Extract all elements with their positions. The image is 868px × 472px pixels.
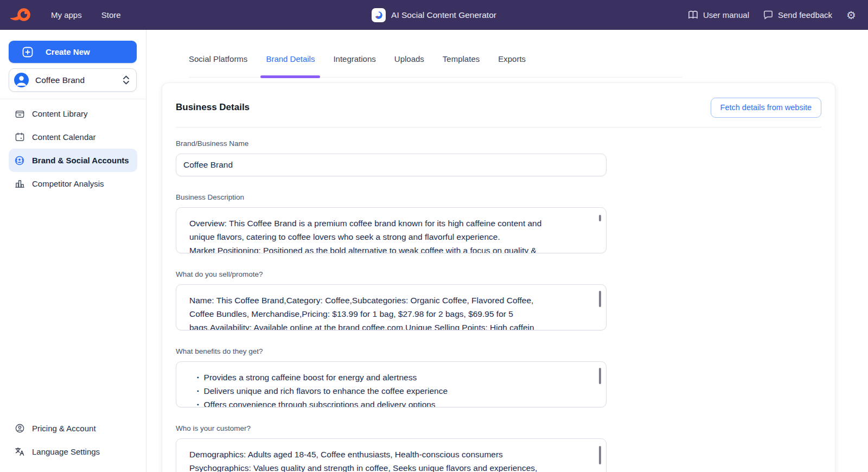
- textarea-line: bags,Availability: Available online at t…: [189, 321, 590, 330]
- sidebar-item-label: Language Settings: [32, 447, 100, 456]
- field-label: Business Description: [176, 193, 607, 201]
- sidebar-item-brand-social-accounts[interactable]: Brand & Social Accounts: [9, 149, 137, 172]
- scrollbar-thumb[interactable]: [599, 368, 601, 384]
- sidebar-item-label: Content Calendar: [32, 132, 96, 142]
- bar-chart-icon: [14, 178, 25, 189]
- textarea-line: Demographics: Adults aged 18-45, Coffee …: [189, 448, 590, 461]
- feedback-bubble-icon: [763, 10, 773, 20]
- nav-my-apps[interactable]: My apps: [43, 6, 90, 24]
- field-benefits: What benefits do they get? Provides a st…: [176, 347, 607, 407]
- textarea-line: Psychographics: Values quality and stren…: [189, 461, 590, 472]
- sidebar-item-label: Competitor Analysis: [32, 179, 104, 188]
- person-circle-icon: [14, 423, 25, 433]
- sidebar-item-label: Content Library: [32, 109, 88, 118]
- tab-brand-details[interactable]: Brand Details: [266, 52, 315, 77]
- textarea-line: Coffee Bundles, Merchandise,Pricing: $13…: [189, 307, 590, 321]
- app-swirl-icon: [374, 10, 384, 20]
- page-title: Business Details: [176, 102, 250, 113]
- top-bar: My apps Store AI Social Content Generato…: [0, 0, 868, 30]
- chevron-up-down-icon: [123, 75, 130, 85]
- field-label: Who is your customer?: [176, 424, 607, 432]
- tab-integrations[interactable]: Integrations: [333, 52, 375, 77]
- field-label: What do you sell/promote?: [176, 270, 607, 278]
- user-manual-label: User manual: [703, 10, 749, 20]
- sidebar-item-pricing-account[interactable]: Pricing & Account: [9, 417, 137, 440]
- sidebar-item-competitor-analysis[interactable]: Competitor Analysis: [9, 172, 137, 195]
- business-details-card: Business Details Fetch details from webs…: [162, 82, 835, 472]
- user-manual-button[interactable]: User manual: [688, 10, 749, 20]
- textarea-line: unique flavors, catering to coffee lover…: [189, 230, 590, 244]
- book-icon: [688, 10, 698, 20]
- tab-social-platforms[interactable]: Social Platforms: [189, 52, 247, 77]
- fetch-details-button[interactable]: Fetch details from website: [711, 98, 821, 118]
- semrush-logo-icon[interactable]: [9, 7, 31, 23]
- field-label: What benefits do they get?: [176, 347, 607, 355]
- plus-square-icon: [22, 46, 34, 58]
- main-content: Social Platforms Brand Details Integrati…: [146, 30, 868, 472]
- sidebar-item-content-library[interactable]: Content Library: [9, 102, 137, 125]
- textarea-bullet-line: Provides a strong caffeine boost for ene…: [189, 371, 590, 384]
- textarea-line: Name: This Coffee Brand,Category: Coffee…: [189, 294, 590, 307]
- sell-promote-textarea[interactable]: Name: This Coffee Brand,Category: Coffee…: [176, 284, 607, 330]
- app-root: My apps Store AI Social Content Generato…: [0, 0, 868, 472]
- create-new-label: Create New: [46, 47, 90, 56]
- sidebar-item-language-settings[interactable]: Language Settings: [9, 440, 137, 463]
- sidebar: Create New Coffee Brand: [0, 30, 146, 472]
- scrollbar-thumb[interactable]: [599, 446, 601, 464]
- field-label: Brand/Business Name: [176, 139, 607, 148]
- sidebar-item-label: Brand & Social Accounts: [32, 156, 129, 165]
- scrollbar-thumb[interactable]: [599, 291, 601, 307]
- textarea-bullet-line: Offers convenience through subscriptions…: [189, 398, 590, 407]
- library-box-icon: [14, 109, 25, 119]
- tabs-row: Social Platforms Brand Details Integrati…: [189, 52, 682, 78]
- create-new-button[interactable]: Create New: [9, 41, 137, 63]
- field-customer: Who is your customer? Demographics: Adul…: [176, 424, 607, 472]
- sidebar-divider: [0, 99, 146, 99]
- textarea-line: Overview: This Coffee Brand is a premium…: [189, 216, 590, 230]
- benefits-textarea[interactable]: Provides a strong caffeine boost for ene…: [176, 361, 607, 407]
- broadcast-person-icon: [14, 155, 25, 166]
- app-badge: [372, 8, 386, 22]
- tab-templates[interactable]: Templates: [443, 52, 480, 77]
- brand-selector[interactable]: Coffee Brand: [9, 68, 137, 92]
- sidebar-item-content-calendar[interactable]: Content Calendar: [9, 125, 137, 149]
- textarea-bullet-line: Delivers unique and rich flavors to enha…: [189, 384, 590, 398]
- header-divider: [176, 127, 821, 127]
- field-brand-name: Brand/Business Name: [176, 139, 607, 176]
- nav-store[interactable]: Store: [94, 6, 129, 24]
- calendar-icon: [14, 132, 25, 142]
- tab-exports[interactable]: Exports: [498, 52, 526, 77]
- field-sell-promote: What do you sell/promote? Name: This Cof…: [176, 270, 607, 330]
- tab-uploads[interactable]: Uploads: [394, 52, 424, 77]
- send-feedback-label: Send feedback: [778, 10, 832, 20]
- business-description-textarea[interactable]: Overview: This Coffee Brand is a premium…: [176, 207, 607, 253]
- sidebar-footer: Pricing & Account Language Settings: [0, 417, 146, 472]
- app-title: AI Social Content Generator: [391, 10, 496, 20]
- translate-icon: [14, 447, 25, 457]
- brand-name-input[interactable]: [176, 154, 607, 176]
- settings-gear-icon[interactable]: ⚙: [846, 10, 856, 21]
- send-feedback-button[interactable]: Send feedback: [763, 10, 832, 20]
- brand-selector-value: Coffee Brand: [35, 75, 85, 85]
- customer-textarea[interactable]: Demographics: Adults aged 18-45, Coffee …: [176, 438, 607, 472]
- textarea-line: Market Positioning: Positioned as the bo…: [189, 244, 590, 253]
- sidebar-nav: Content Library Content Calendar: [0, 102, 146, 195]
- scrollbar-thumb[interactable]: [599, 215, 601, 221]
- field-business-description: Business Description Overview: This Coff…: [176, 193, 607, 253]
- brand-avatar-icon: [14, 73, 29, 87]
- sidebar-item-label: Pricing & Account: [32, 424, 96, 433]
